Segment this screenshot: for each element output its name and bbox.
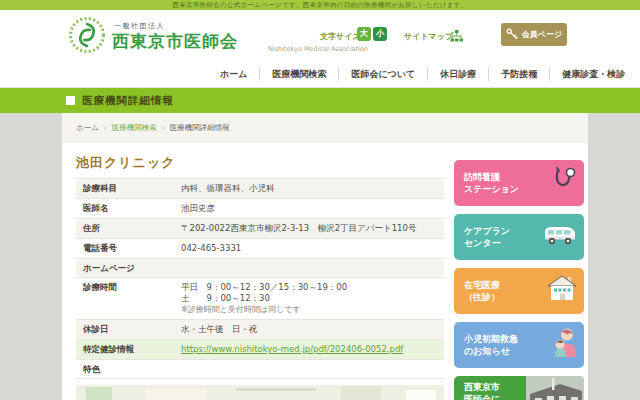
row-label: 特色 — [76, 360, 179, 378]
row-label: 電話番号 — [76, 239, 179, 258]
site-logo[interactable]: 一般社団法人 西東京市医師会 Nishitokyo Medical Associ… — [68, 14, 298, 56]
site-header: 一般社団法人 西東京市医師会 Nishitokyo Medical Associ… — [0, 10, 640, 60]
table-row-checkup-info: 特定健診情報 https://www.nishitokyo-med.jp/pdf… — [76, 340, 444, 360]
site-name-english: Nishitokyo Medical Association — [268, 45, 368, 53]
map-block — [341, 386, 381, 400]
table-row-address: 住所 〒202-0022西東京市柳沢2-3-13 柳沢2丁目アパート110号 — [76, 219, 444, 239]
nav-item-home[interactable]: ホーム — [208, 67, 259, 81]
row-value — [179, 360, 444, 378]
row-label: 診療時間 — [76, 278, 179, 319]
banner-visiting-nursing-station[interactable]: 訪問看護 ステーション — [454, 160, 584, 206]
row-value: 平日 9：00～12：30／15：30～19：00 土 9：00～12：30 ※… — [179, 278, 444, 319]
breadcrumb-search-link[interactable]: 医療機関検索 — [112, 123, 157, 132]
banner-home-medical-care[interactable]: 在宅医療 （往診） — [454, 268, 584, 314]
banner-pediatric-emergency[interactable]: 小児初期救急 のお知らせ — [454, 322, 584, 368]
clinic-detail-table: 診療科目 内科、循環器科、小児科 医師名 池田史彦 住所 〒202-0022西東… — [76, 178, 444, 398]
row-value: 水・土午後 日・祝 — [179, 320, 444, 339]
map-block — [146, 389, 206, 400]
map-road — [236, 388, 316, 391]
breadcrumb-home-link[interactable]: ホーム — [76, 123, 99, 132]
row-value: 内科、循環器科、小児科 — [179, 179, 444, 198]
table-row-features: 特色 — [76, 360, 444, 379]
page-title: 医療機関詳細情報 — [82, 94, 174, 108]
member-page-button[interactable]: 会員ページ — [501, 23, 567, 46]
map-green-area — [86, 387, 112, 400]
square-bullet-icon — [66, 96, 75, 105]
table-row-hours: 診療時間 平日 9：00～12：30／15：30～19：00 土 9：00～12… — [76, 278, 444, 320]
table-row-closed-days: 休診日 水・土午後 日・祝 — [76, 320, 444, 340]
main-content-column: ホーム›医療機関検索›医療機関詳細情報 池田クリニック 診療科目 内科、循環器科… — [62, 113, 588, 400]
site-name: 西東京市医師会 — [112, 30, 238, 53]
table-row-phone: 電話番号 042-465-3331 — [76, 239, 444, 259]
banner-label: 小児初期救急 のお知らせ — [464, 334, 518, 357]
row-value: 042-465-3331 — [179, 239, 444, 258]
breadcrumb-separator: › — [162, 123, 165, 132]
browser-viewport: 西東京市医師会の公式ホームページです。西東京市内の目的の医療機関がお探しいただけ… — [0, 0, 640, 400]
banner-about-association[interactable]: 西東京市 医師会に ついて — [454, 376, 584, 400]
banner-label: 訪問看護 ステーション — [464, 172, 519, 195]
sitemap-label: サイトマップ — [404, 31, 453, 42]
banner-label: 西東京市 医師会に ついて — [464, 382, 500, 400]
breadcrumb-current: 医療機関詳細情報 — [170, 123, 230, 132]
font-size-large-button[interactable]: 大 — [357, 27, 371, 41]
hours-note: ※診療時間と受付時間は同じです — [181, 304, 440, 315]
row-value — [179, 259, 444, 277]
row-label: 休診日 — [76, 320, 179, 339]
house-icon — [547, 275, 577, 307]
table-row-doctor: 医師名 池田史彦 — [76, 199, 444, 219]
nav-item-holiday-care[interactable]: 休日診療 — [427, 67, 488, 81]
hours-weekday: 平日 9：00～12：30／15：30～19：00 — [181, 282, 440, 293]
row-value: 〒202-0022西東京市柳沢2-3-13 柳沢2丁目アパート110号 — [179, 219, 444, 238]
table-row-homepage: ホームページ — [76, 259, 444, 278]
stethoscope-icon — [549, 166, 577, 200]
checkup-pdf-link[interactable]: https://www.nishitokyo-med.jp/pdf/202406… — [181, 344, 403, 354]
nav-item-health-checkup[interactable]: 健康診査・検診 — [549, 67, 637, 81]
access-map[interactable] — [76, 385, 444, 400]
table-row-departments: 診療科目 内科、循環器科、小児科 — [76, 179, 444, 199]
sidebar-banners: 訪問看護 ステーション ケアプラン センター — [454, 160, 584, 400]
hours-saturday: 土 9：00～12：30 — [181, 293, 440, 304]
row-label: 住所 — [76, 219, 179, 238]
row-label: 特定健診情報 — [76, 340, 179, 359]
nav-item-about[interactable]: 医師会について — [338, 67, 427, 81]
key-icon — [506, 28, 518, 42]
breadcrumb: ホーム›医療機関検索›医療機関詳細情報 — [62, 113, 588, 142]
row-label: 診療科目 — [76, 179, 179, 198]
banner-care-plan-center[interactable]: ケアプラン センター — [454, 214, 584, 260]
banner-label: ケアプラン センター — [464, 226, 510, 249]
page-title-bar: 医療機関詳細情報 — [0, 88, 640, 113]
font-size-small-button[interactable]: 小 — [373, 27, 387, 41]
row-label: 医師名 — [76, 199, 179, 218]
font-size-label: 文字サイズ — [320, 31, 361, 42]
row-label: ホームページ — [76, 259, 179, 277]
building-icon — [526, 376, 584, 400]
nav-item-facility-search[interactable]: 医療機関検索 — [259, 67, 338, 81]
row-value: https://www.nishitokyo-med.jp/pdf/202406… — [179, 340, 444, 359]
member-page-label: 会員ページ — [522, 29, 562, 40]
nav-item-vaccination[interactable]: 予防接種 — [488, 67, 549, 81]
clinic-name-heading: 池田クリニック — [76, 154, 176, 172]
association-logo-icon — [68, 16, 106, 58]
map-block — [406, 390, 436, 400]
sitemap-icon — [450, 28, 463, 47]
van-icon — [543, 224, 577, 250]
parent-child-icon — [551, 327, 577, 363]
sitemap-link[interactable]: サイトマップ — [404, 25, 466, 45]
banner-label: 在宅医療 （往診） — [464, 280, 500, 303]
main-nav: ホーム 医療機関検索 医師会について 休日診療 予防接種 健康診査・検診 — [0, 60, 640, 88]
breadcrumb-separator: › — [104, 123, 107, 132]
top-banner: 西東京市医師会の公式ホームページです。西東京市内の目的の医療機関がお探しいただけ… — [0, 0, 640, 10]
row-value: 池田史彦 — [179, 199, 444, 218]
